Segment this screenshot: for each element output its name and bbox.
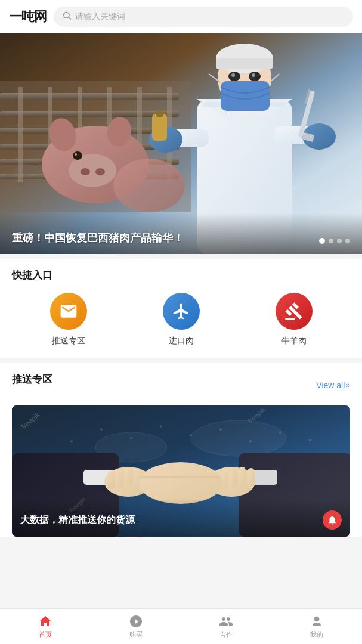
banner-dots [319,238,350,245]
banner-caption: 重磅！中国恢复巴西猪肉产品输华！ [0,213,362,254]
push-header: 推送专区 View all » [12,373,350,397]
chevron-double-icon: » [346,381,350,389]
nav-item-coop[interactable]: 合作 [181,609,272,644]
search-placeholder: 请输入关键词 [75,11,125,22]
nav-label-coop: 合作 [219,630,233,639]
svg-point-50 [70,440,73,442]
push-card-caption: 大数据，精准推送你的货源 [12,499,350,537]
beef-icon-bg [276,293,313,330]
svg-rect-65 [116,468,123,487]
notification-icon [327,515,338,525]
svg-rect-73 [239,467,246,486]
bottom-nav: 首页 购买 合作 我的 [0,608,362,644]
dot-1 [319,238,325,244]
gavel-icon [284,302,304,321]
push-card[interactable]: freepik freepik freepik 大数据，精准推送你的货源 [12,405,350,537]
nav-item-mine[interactable]: 我的 [271,609,362,644]
push-section-title: 推送专区 [12,373,52,386]
svg-point-60 [191,420,286,456]
nav-label-mine: 我的 [310,630,323,639]
push-card-title: 大数据，精准推送你的货源 [20,514,135,527]
svg-point-23 [75,153,77,156]
svg-rect-74 [247,468,255,486]
svg-rect-36 [152,114,167,141]
import-label: 进口肉 [169,336,194,346]
svg-rect-64 [107,471,115,489]
svg-point-43 [231,73,235,77]
push-section: 推送专区 View all » [0,363,362,537]
banner: 重磅！中国恢复巴西猪肉产品输华！ [0,33,362,254]
svg-point-53 [160,425,162,428]
mail-icon [59,302,78,321]
home-icon [38,614,52,628]
nav-item-buy[interactable]: 购买 [91,609,181,644]
view-all-button[interactable]: View all » [316,380,350,390]
search-icon [62,11,72,23]
beef-label: 牛羊肉 [281,336,307,346]
nav-label-home: 首页 [39,630,52,639]
svg-point-51 [100,428,103,431]
svg-point-22 [73,151,82,160]
red-badge [323,510,342,530]
svg-rect-72 [230,468,237,487]
coop-icon [219,614,233,628]
svg-point-24 [113,159,185,212]
quick-item-beef[interactable]: 牛羊肉 [237,293,350,346]
banner-title: 重磅！中国恢复巴西猪肉产品输华！ [12,231,319,245]
svg-point-75 [139,462,222,504]
svg-rect-10 [18,87,23,182]
svg-rect-48 [60,314,65,316]
view-all-text: View all [316,380,345,390]
push-icon-bg [50,293,87,330]
svg-rect-66 [125,467,132,486]
logo: 一吨网 [9,8,47,26]
dot-4 [345,239,350,243]
svg-point-58 [309,439,311,441]
dot-3 [337,239,342,243]
svg-point-20 [81,168,90,175]
nav-label-buy: 购买 [129,630,143,639]
quick-access-title: 快捷入口 [12,268,350,282]
plane-icon [172,302,191,321]
dot-2 [329,239,333,243]
svg-line-1 [69,17,71,20]
buy-icon [129,614,143,628]
push-label: 推送专区 [52,336,85,346]
svg-point-44 [252,73,255,77]
nav-item-home[interactable]: 首页 [0,609,91,644]
search-bar[interactable]: 请输入关键词 [54,7,353,27]
header: 一吨网 请输入关键词 [0,0,362,33]
svg-point-0 [64,13,69,18]
mine-icon [310,614,324,628]
quick-item-push[interactable]: 推送专区 [12,293,125,346]
svg-rect-4 [0,93,179,100]
quick-access-grid: 推送专区 进口肉 牛羊肉 [12,293,350,346]
push-card-image: freepik freepik freepik 大数据，精准推送你的货源 [12,405,350,537]
quick-access-section: 快捷入口 推送专区 进口肉 [0,259,362,358]
svg-rect-5 [0,111,179,117]
svg-point-21 [95,168,105,175]
svg-rect-40 [216,58,273,69]
svg-rect-37 [156,110,163,117]
quick-item-import[interactable]: 进口肉 [125,293,237,346]
import-icon-bg [163,293,200,330]
